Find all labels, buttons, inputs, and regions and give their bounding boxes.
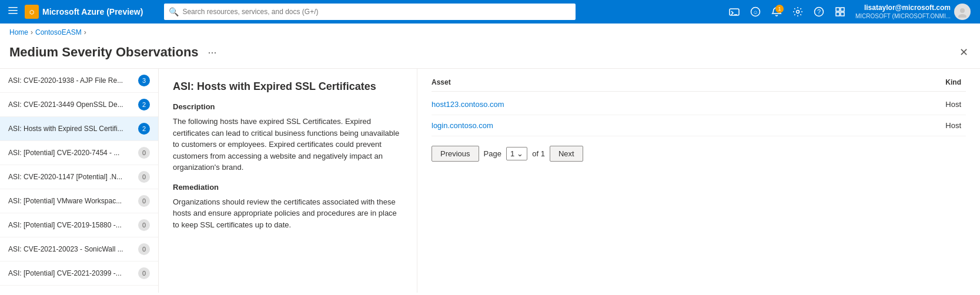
sidebar-list-item-8[interactable]: ASI: [Potential] CVE-2021-20399 -... 0 (0, 262, 158, 286)
cloud-shell-icon[interactable] (725, 2, 744, 21)
svg-rect-12 (836, 8, 839, 11)
detail-title: ASI: Hosts with Expired SSL Certificates (173, 81, 403, 93)
page-current: 1 (510, 149, 514, 158)
svg-point-17 (958, 14, 966, 18)
list-item-text: ASI: CVE-2021-20023 - SonicWall ... (8, 245, 138, 253)
remediation-label: Remediation (173, 183, 403, 192)
description-label: Description (173, 102, 403, 111)
breadcrumb-home[interactable]: Home (9, 28, 28, 36)
svg-text:⬡: ⬡ (29, 9, 34, 15)
list-item-badge: 0 (138, 243, 150, 255)
sidebar-list-item-5[interactable]: ASI: [Potential] VMware Workspac... 0 (0, 189, 158, 213)
svg-rect-2 (8, 13, 18, 14)
asset-cell: login.contoso.com (432, 121, 872, 130)
logo-icon: ⬡ (25, 5, 39, 19)
list-item-badge: 2 (138, 123, 150, 135)
list-item-text: ASI: [Potential] CVE-2019-15880 -... (8, 221, 138, 229)
svg-rect-13 (841, 8, 844, 11)
table-header: Asset Kind (432, 78, 966, 92)
sidebar-list-item-7[interactable]: ASI: CVE-2021-20023 - SonicWall ... 0 (0, 237, 158, 262)
sidebar-list-item-1[interactable]: ASI: CVE-2021-3449 OpenSSL De... 2 (0, 93, 158, 117)
notifications-icon[interactable]: 1 (767, 2, 786, 21)
remediation-text: Organizations should review the certific… (173, 196, 403, 231)
list-item-badge: 2 (138, 99, 150, 110)
kind-cell: Host (872, 100, 966, 109)
list-item-text: ASI: CVE-2021-3449 OpenSSL De... (8, 100, 138, 109)
sidebar-list-item-2[interactable]: ASI: Hosts with Expired SSL Certifi... 2 (0, 117, 158, 141)
topbar: ⬡ Microsoft Azure (Preview) 🔍 ☺ 1 ? (0, 0, 980, 24)
main-content: ASI: CVE-2020-1938 - AJP File Re... 3 AS… (0, 68, 980, 293)
list-item-text: ASI: Hosts with Expired SSL Certifi... (8, 125, 138, 133)
list-item-badge: 0 (138, 147, 150, 159)
page-select[interactable]: 1 ⌄ (506, 147, 527, 160)
feedback-icon[interactable]: ☺ (746, 2, 765, 21)
table-body: host123.contoso.com Host login.contoso.c… (432, 94, 966, 136)
svg-rect-0 (8, 7, 18, 8)
description-text: The following hosts have expired SSL Cer… (173, 116, 403, 173)
svg-text:☺: ☺ (752, 9, 758, 15)
list-item-text: ASI: CVE-2020-1938 - AJP File Re... (8, 76, 138, 85)
sidebar-list-item-4[interactable]: ASI: CVE-2020-1147 [Potential] .N... 0 (0, 165, 158, 189)
help-icon[interactable]: ? (810, 2, 828, 21)
page-title: Medium Severity Observations (9, 45, 199, 60)
svg-rect-14 (836, 12, 839, 16)
page-title-row: Medium Severity Observations ··· (9, 45, 220, 60)
notification-count: 1 (775, 5, 784, 13)
breadcrumb-sep-2: › (84, 28, 86, 36)
list-item-badge: 3 (138, 75, 150, 86)
col-kind-header: Kind (872, 78, 966, 86)
next-button[interactable]: Next (550, 146, 583, 162)
hamburger-icon[interactable] (6, 4, 20, 20)
breadcrumb-parent[interactable]: ContosoEASM (35, 28, 82, 36)
app-name: Microsoft Azure (Preview) (42, 7, 143, 16)
sidebar-list-item-6[interactable]: ASI: [Potential] CVE-2019-15880 -... 0 (0, 213, 158, 237)
user-tenant: MICROSOFT (MICROSOFT.ONMI... (855, 12, 951, 20)
list-item-text: ASI: [Potential] CVE-2021-20399 -... (8, 269, 138, 277)
svg-point-9 (796, 11, 799, 14)
settings-icon[interactable] (788, 2, 807, 21)
list-item-badge: 0 (138, 195, 150, 207)
sidebar-list: ASI: CVE-2020-1938 - AJP File Re... 3 AS… (0, 69, 159, 293)
breadcrumb: Home › ContosoEASM › (0, 24, 980, 41)
user-info: lisataylor@microsoft.com MICROSOFT (MICR… (855, 4, 951, 21)
list-item-badge: 0 (138, 219, 150, 231)
breadcrumb-sep-1: › (31, 28, 33, 36)
avatar (954, 4, 971, 20)
list-item-badge: 0 (138, 267, 150, 279)
search-bar[interactable]: 🔍 (164, 4, 576, 20)
sidebar-list-item-0[interactable]: ASI: CVE-2020-1938 - AJP File Re... 3 (0, 69, 158, 93)
table-row-0: host123.contoso.com Host (432, 94, 966, 115)
list-item-text: ASI: [Potential] CVE-2020-7454 - ... (8, 149, 138, 157)
asset-link[interactable]: login.contoso.com (432, 121, 493, 130)
topbar-actions: ☺ 1 ? lisataylor@microsoft.com MICROSOFT… (725, 2, 974, 21)
table-row-1: login.contoso.com Host (432, 115, 966, 136)
list-item-text: ASI: [Potential] VMware Workspac... (8, 197, 138, 205)
page-of: of 1 (532, 149, 545, 158)
search-input[interactable] (182, 8, 571, 16)
svg-text:?: ? (817, 8, 821, 15)
asset-link[interactable]: host123.contoso.com (432, 100, 504, 109)
ellipsis-button[interactable]: ··· (205, 45, 220, 60)
col-asset-header: Asset (432, 78, 872, 86)
list-item-text: ASI: CVE-2020-1147 [Potential] .N... (8, 173, 138, 181)
chevron-down-icon: ⌄ (517, 149, 523, 158)
asset-table-panel: Asset Kind host123.contoso.com Host logi… (417, 69, 980, 293)
svg-point-16 (960, 8, 965, 13)
pagination: Previous Page 1 ⌄ of 1 Next (432, 146, 966, 162)
svg-rect-1 (8, 10, 18, 11)
list-item-badge: 0 (138, 171, 150, 183)
app-logo: ⬡ Microsoft Azure (Preview) (25, 5, 143, 19)
portal-menu-icon[interactable] (831, 2, 849, 21)
svg-rect-15 (841, 12, 844, 16)
detail-panel: ASI: Hosts with Expired SSL Certificates… (159, 69, 417, 293)
page-header: Medium Severity Observations ··· ✕ (0, 41, 980, 68)
page-label: Page (484, 149, 501, 158)
user-menu[interactable]: lisataylor@microsoft.com MICROSOFT (MICR… (852, 4, 974, 21)
sidebar-list-item-3[interactable]: ASI: [Potential] CVE-2020-7454 - ... 0 (0, 141, 158, 165)
kind-cell: Host (872, 121, 966, 130)
close-button[interactable]: ✕ (957, 43, 971, 61)
asset-cell: host123.contoso.com (432, 100, 872, 109)
search-icon: 🔍 (169, 7, 179, 16)
user-name: lisataylor@microsoft.com (855, 4, 951, 13)
previous-button[interactable]: Previous (432, 146, 479, 162)
